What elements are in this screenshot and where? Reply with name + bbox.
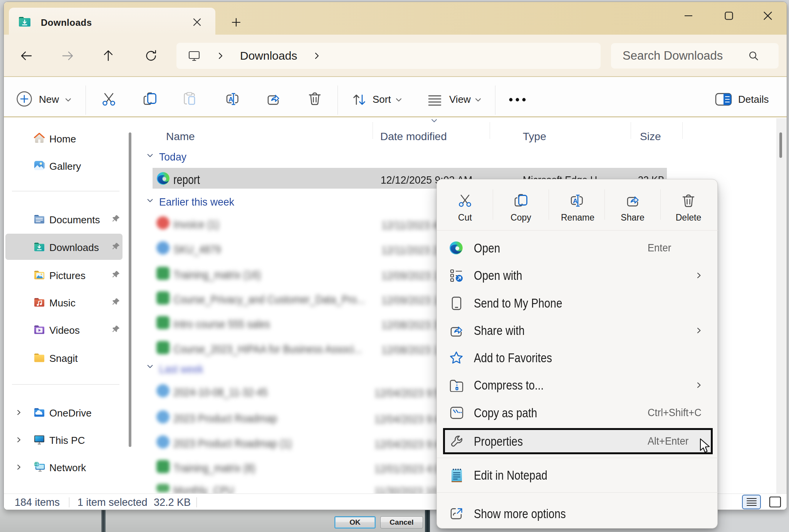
svg-text:A: A — [228, 96, 233, 103]
svg-text:A: A — [573, 197, 577, 205]
